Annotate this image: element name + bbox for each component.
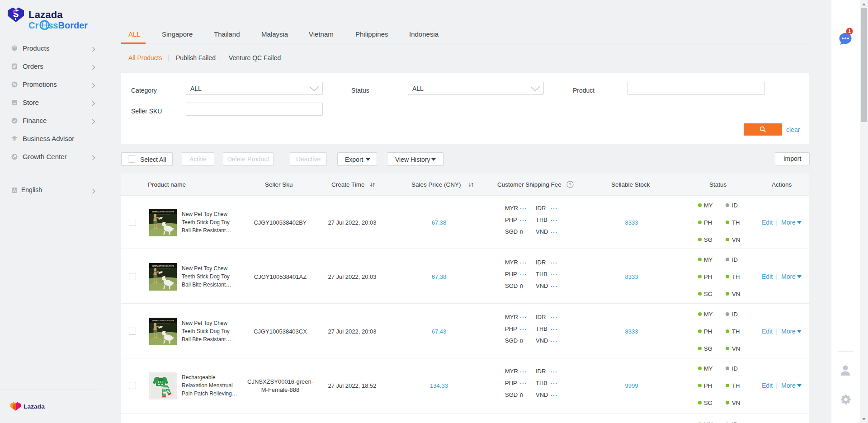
svg-text:ELF: ELF [158, 381, 163, 384]
svg-text:A: A [13, 188, 16, 193]
svg-text:?: ? [569, 182, 571, 187]
svg-text:INTERACTIVE DOG TOYS: INTERACTIVE DOG TOYS [152, 211, 174, 213]
svg-text:INTERACTIVE DOG TOYS: INTERACTIVE DOG TOYS [152, 320, 174, 322]
svg-text:%: % [13, 82, 16, 87]
svg-text:1: 1 [848, 28, 851, 34]
svg-text:INTERACTIVE DOG TOYS: INTERACTIVE DOG TOYS [152, 265, 174, 267]
